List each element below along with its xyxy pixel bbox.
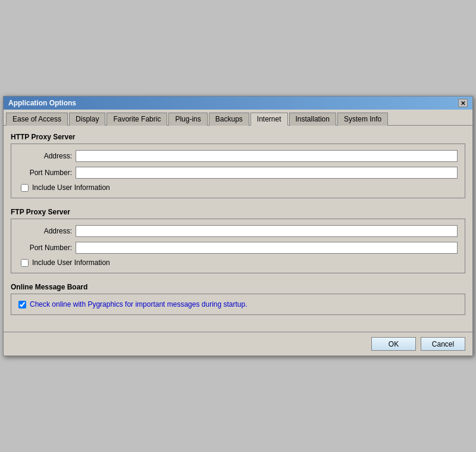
title-bar: Application Options ✕ [4, 96, 472, 110]
ftp-address-input[interactable] [76, 225, 458, 237]
tab-display[interactable]: Display [69, 113, 105, 126]
ftp-proxy-label: FTP Proxy Server [11, 208, 465, 216]
footer: OK Cancel [4, 332, 472, 356]
ftp-include-user-label: Include User Information [32, 258, 110, 267]
http-address-row: Address: [18, 150, 458, 162]
http-include-user-label: Include User Information [32, 183, 110, 192]
tab-plug-ins[interactable]: Plug-ins [168, 113, 207, 126]
http-include-user-checkbox[interactable] [21, 184, 29, 192]
ftp-address-row: Address: [18, 225, 458, 237]
ftp-address-label: Address: [18, 227, 72, 235]
http-port-input[interactable] [76, 167, 458, 179]
dialog-title: Application Options [8, 99, 76, 107]
http-proxy-label: HTTP Proxy Server [11, 133, 465, 141]
http-proxy-section: HTTP Proxy Server Address: Port Number: … [11, 133, 465, 198]
online-message-board-label: Online Message Board [11, 283, 465, 291]
http-port-row: Port Number: [18, 167, 458, 179]
application-options-dialog: Application Options ✕ Ease of Access Dis… [3, 96, 473, 356]
online-check-label: Check online with Pygraphics for importa… [30, 300, 248, 308]
ftp-port-input[interactable] [76, 242, 458, 254]
http-include-user-row: Include User Information [18, 183, 458, 192]
online-message-board-groupbox: Check online with Pygraphics for importa… [11, 294, 465, 315]
tab-ease-of-access[interactable]: Ease of Access [6, 113, 68, 126]
ok-button[interactable]: OK [371, 337, 416, 351]
cancel-button[interactable]: Cancel [421, 337, 465, 351]
http-address-label: Address: [18, 152, 72, 160]
tab-backups[interactable]: Backups [209, 113, 249, 126]
ftp-proxy-section: FTP Proxy Server Address: Port Number: I… [11, 208, 465, 273]
online-message-board-section: Online Message Board Check online with P… [11, 283, 465, 315]
tab-installation[interactable]: Installation [289, 113, 336, 126]
ftp-include-user-row: Include User Information [18, 258, 458, 267]
tab-system-info[interactable]: System Info [337, 113, 388, 126]
tab-internet[interactable]: Internet [250, 113, 288, 126]
ftp-proxy-groupbox: Address: Port Number: Include User Infor… [11, 219, 465, 273]
http-proxy-groupbox: Address: Port Number: Include User Infor… [11, 144, 465, 198]
tab-favorite-fabric[interactable]: Favorite Fabric [107, 113, 167, 126]
tab-bar: Ease of Access Display Favorite Fabric P… [4, 110, 472, 126]
ftp-include-user-checkbox[interactable] [21, 259, 29, 267]
close-button[interactable]: ✕ [458, 99, 468, 107]
http-address-input[interactable] [76, 150, 458, 162]
http-port-label: Port Number: [18, 169, 72, 177]
online-check-checkbox[interactable] [18, 301, 26, 308]
content-area: HTTP Proxy Server Address: Port Number: … [4, 126, 472, 332]
ftp-port-row: Port Number: [18, 242, 458, 254]
ftp-port-label: Port Number: [18, 244, 72, 252]
